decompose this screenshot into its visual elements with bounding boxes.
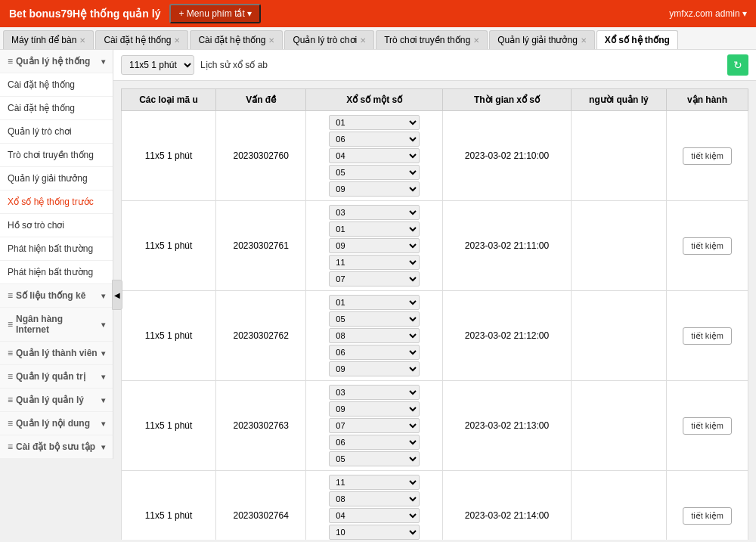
save-row-button[interactable]: tiết kiệm — [683, 147, 732, 165]
topbar-left: Bet bonus79Hệ thống quản lý + Menu phím … — [9, 4, 261, 23]
close-tab-icon[interactable]: ✕ — [360, 36, 366, 45]
number-select-3-0[interactable]: 0102030405060708091011 — [329, 385, 420, 400]
cell-manager — [571, 471, 666, 540]
number-select-0-1[interactable]: 0102030405060708091011 — [329, 132, 420, 147]
table-header: vận hành — [667, 89, 748, 111]
sidebar-group-header[interactable]: ≡Quản lý quản lý▾ — [0, 389, 113, 412]
nav-tab[interactable]: Cài đặt hệ thống✕ — [95, 30, 188, 49]
close-tab-icon[interactable]: ✕ — [581, 36, 587, 45]
menu-icon: ≡ — [8, 371, 13, 382]
table-header: Xổ số một số — [306, 89, 443, 111]
number-select-2-2[interactable]: 0102030405060708091011 — [329, 328, 420, 343]
refresh-button[interactable]: ↻ — [727, 54, 748, 76]
number-select-1-4[interactable]: 0102030405060708091011 — [329, 271, 420, 286]
sidebar-item[interactable]: Hồ sơ trò chơi — [0, 214, 113, 237]
nav-tab[interactable]: Quản lý trò chơi✕ — [284, 30, 374, 49]
cell-type: 11x5 1 phút — [122, 291, 216, 381]
cell-manager — [571, 201, 666, 291]
chevron-icon: ▾ — [101, 373, 105, 381]
number-select-0-4[interactable]: 0102030405060708091011 — [329, 181, 420, 197]
sidebar-item[interactable]: Xổ số hệ thống trước — [0, 190, 113, 214]
chevron-icon: ▾ — [101, 349, 105, 358]
nav-tab-label: Trò chơi truyền thống — [384, 35, 470, 45]
number-select-2-0[interactable]: 0102030405060708091011 — [329, 295, 420, 310]
number-select-3-4[interactable]: 0102030405060708091011 — [329, 451, 420, 466]
menu-icon: ≡ — [8, 319, 13, 330]
number-select-3-3[interactable]: 0102030405060708091011 — [329, 435, 420, 450]
brand-label: Bet bonus79Hệ thống quản lý — [9, 8, 160, 20]
sidebar-item-label: Quản lý nội dung — [16, 418, 90, 429]
number-select-4-2[interactable]: 0102030405060708091011 — [329, 508, 420, 523]
chevron-icon: ▾ — [101, 396, 105, 404]
sidebar-item[interactable]: Trò chơi truyền thống — [0, 144, 113, 167]
number-select-0-2[interactable]: 0102030405060708091011 — [329, 148, 420, 163]
sidebar-group-header[interactable]: ≡Quản lý nội dung▾ — [0, 412, 113, 435]
number-select-4-3[interactable]: 0102030405060708091011 — [329, 525, 420, 540]
sidebar-group-header[interactable]: ≡Quản lý thành viên▾ — [0, 342, 113, 365]
number-select-1-3[interactable]: 0102030405060708091011 — [329, 255, 420, 270]
game-type-select[interactable]: 11x5 1 phút11x5 3 phút11x5 5 phút — [121, 55, 194, 75]
close-tab-icon[interactable]: ✕ — [473, 36, 479, 45]
sidebar-item[interactable]: Quản lý giải thưởng — [0, 167, 113, 190]
save-row-button[interactable]: tiết kiệm — [683, 507, 732, 525]
number-select-1-0[interactable]: 0102030405060708091011 — [329, 205, 420, 220]
sidebar-group-header[interactable]: ≡Quản lý hệ thống▾ — [0, 50, 113, 73]
number-select-4-0[interactable]: 0102030405060708091011 — [329, 475, 420, 490]
number-select-2-3[interactable]: 0102030405060708091011 — [329, 345, 420, 360]
number-select-3-2[interactable]: 0102030405060708091011 — [329, 418, 420, 433]
sidebar-item-label: Quản lý quản trị — [16, 371, 85, 382]
save-row-button[interactable]: tiết kiệm — [683, 417, 732, 435]
main-layout: ≡Quản lý hệ thống▾Cài đặt hệ thốngCài đặ… — [0, 50, 756, 540]
sidebar-item[interactable]: Cài đặt hệ thống — [0, 97, 113, 120]
nav-tab-label: Quản lý trò chơi — [293, 35, 357, 45]
cell-issue: 20230302761 — [216, 201, 306, 291]
nav-tab[interactable]: Trò chơi truyền thống✕ — [376, 30, 488, 49]
close-tab-icon[interactable]: ✕ — [268, 36, 274, 45]
save-row-button[interactable]: tiết kiệm — [683, 237, 732, 255]
table-row: 11x5 1 phút20230302763010203040506070809… — [122, 381, 748, 471]
cell-numbers: 0102030405060708091011010203040506070809… — [306, 111, 443, 201]
number-select-4-1[interactable]: 0102030405060708091011 — [329, 491, 420, 506]
nav-tab[interactable]: Xổ số hệ thống — [596, 30, 678, 49]
number-select-2-1[interactable]: 0102030405060708091011 — [329, 311, 420, 327]
cell-manager — [571, 111, 666, 201]
number-select-0-0[interactable]: 0102030405060708091011 — [329, 115, 420, 130]
sidebar-group-header[interactable]: ≡Số liệu thống kê▾ — [0, 284, 113, 308]
cell-manager — [571, 291, 666, 381]
table-header: người quản lý — [571, 89, 666, 111]
cell-time: 2023-03-02 21:10:00 — [443, 111, 572, 201]
nav-tab[interactable]: Máy tính để bàn✕ — [3, 30, 94, 49]
topbar-right[interactable]: ymfxz.com admin ▾ — [669, 8, 747, 19]
menu-icon: ≡ — [8, 56, 13, 67]
cell-time: 2023-03-02 21:12:00 — [443, 291, 572, 381]
cell-issue: 20230302764 — [216, 471, 306, 540]
nav-tab[interactable]: Cài đặt hệ thống✕ — [190, 30, 283, 49]
sidebar-group-header[interactable]: ≡Cài đặt bộ sưu tập▾ — [0, 435, 113, 459]
cell-action: tiết kiệm — [667, 201, 748, 291]
nav-tab-label: Xổ số hệ thống — [605, 35, 670, 45]
sidebar-item[interactable]: Phát hiện bất thường — [0, 237, 113, 261]
menu-icon: ≡ — [8, 395, 13, 405]
close-tab-icon[interactable]: ✕ — [174, 36, 180, 45]
history-link[interactable]: Lịch sử xổ số ab — [200, 60, 268, 70]
sidebar-collapse-button[interactable]: ◀ — [112, 280, 122, 310]
sidebar-item-label: Trò chơi truyền thống — [8, 150, 94, 160]
sidebar-item[interactable]: Cài đặt hệ thống — [0, 73, 113, 97]
table-row: 11x5 1 phút20230302760010203040506070809… — [122, 111, 748, 201]
cell-time: 2023-03-02 21:13:00 — [443, 381, 572, 471]
sidebar-group-header[interactable]: ≡Quản lý quản trị▾ — [0, 365, 113, 389]
number-select-1-2[interactable]: 0102030405060708091011 — [329, 238, 420, 253]
close-tab-icon[interactable]: ✕ — [79, 36, 85, 45]
nav-tab[interactable]: Quản lý giải thưởng✕ — [489, 30, 595, 49]
number-select-2-4[interactable]: 0102030405060708091011 — [329, 361, 420, 376]
save-row-button[interactable]: tiết kiệm — [683, 327, 732, 345]
menu-shortcut-button[interactable]: + Menu phím tắt ▾ — [169, 4, 261, 23]
nav-tabs-bar: Máy tính để bàn✕Cài đặt hệ thống✕Cài đặt… — [0, 27, 756, 50]
sidebar-item[interactable]: Quản lý trò chơi — [0, 120, 113, 144]
number-select-3-1[interactable]: 0102030405060708091011 — [329, 401, 420, 417]
number-select-1-1[interactable]: 0102030405060708091011 — [329, 221, 420, 237]
nav-tab-label: Quản lý giải thưởng — [497, 35, 578, 45]
sidebar-item[interactable]: Phát hiện bất thường — [0, 261, 113, 284]
number-select-0-3[interactable]: 0102030405060708091011 — [329, 165, 420, 180]
sidebar-group-header[interactable]: ≡Ngân hàng Internet▾ — [0, 308, 113, 342]
